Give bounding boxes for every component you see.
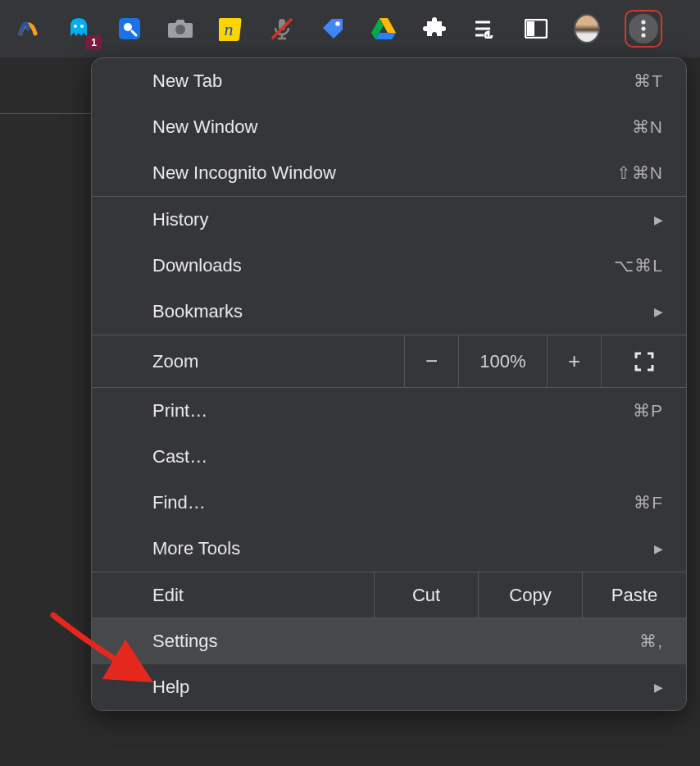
avatar[interactable] xyxy=(574,16,600,42)
chevron-right-icon: ▶ xyxy=(654,305,663,318)
menu-zoom-label: Zoom xyxy=(92,335,404,387)
menu-edit-label: Edit xyxy=(92,572,374,618)
menu-zoom-row: Zoom − 100% + xyxy=(92,335,686,388)
menu-label: Settings xyxy=(152,631,218,652)
menu-label: Help xyxy=(152,677,189,698)
extension-badge: 1 xyxy=(86,35,102,50)
svg-point-4 xyxy=(124,23,132,31)
menu-downloads[interactable]: Downloads ⌥⌘L xyxy=(92,243,686,289)
menu-label: New Tab xyxy=(152,71,222,92)
menu-label: New Incognito Window xyxy=(152,162,336,184)
menu-label: Cast… xyxy=(152,446,207,467)
menu-new-tab[interactable]: New Tab ⌘T xyxy=(92,58,686,104)
menu-history[interactable]: History ▶ xyxy=(92,197,686,243)
menu-new-window[interactable]: New Window ⌘N xyxy=(92,104,686,150)
menu-shortcut: ⇧⌘N xyxy=(616,163,663,183)
extensions-icon[interactable] xyxy=(421,16,448,42)
zoom-out-button[interactable]: − xyxy=(404,335,458,387)
svg-point-18 xyxy=(641,33,645,37)
menu-settings[interactable]: Settings ⌘, xyxy=(92,618,686,664)
menu-shortcut: ⌘, xyxy=(639,631,663,651)
chevron-right-icon: ▶ xyxy=(654,213,663,226)
menu-label: Print… xyxy=(152,400,207,422)
chevron-right-icon: ▶ xyxy=(654,681,663,694)
similarweb-icon[interactable] xyxy=(15,16,41,42)
toolbar-divider xyxy=(0,113,92,114)
menu-label: Downloads xyxy=(152,255,242,276)
menu-more-tools[interactable]: More Tools ▶ xyxy=(92,526,686,572)
chrome-main-menu: New Tab ⌘T New Window ⌘N New Incognito W… xyxy=(91,57,687,711)
browser-toolbar: 1 n xyxy=(0,0,700,57)
chevron-right-icon: ▶ xyxy=(654,542,663,555)
menu-shortcut: ⌘T xyxy=(634,71,663,91)
menu-section-tools: Print… ⌘P Cast… Find… ⌘F More Tools ▶ xyxy=(92,388,686,572)
ghostery-icon[interactable]: 1 xyxy=(66,16,92,42)
edit-cut-button[interactable]: Cut xyxy=(374,572,478,618)
menu-new-incognito[interactable]: New Incognito Window ⇧⌘N xyxy=(92,150,686,196)
svg-point-16 xyxy=(641,20,645,24)
svg-rect-15 xyxy=(527,21,534,36)
menu-shortcut: ⌘N xyxy=(632,117,663,137)
profile-avatar[interactable] xyxy=(574,14,600,43)
zoom-percentage: 100% xyxy=(458,335,547,387)
menu-label: History xyxy=(152,209,208,230)
svg-point-2 xyxy=(80,25,84,28)
svg-point-1 xyxy=(74,25,77,28)
more-menu-button[interactable] xyxy=(629,14,658,43)
screenshot-icon[interactable] xyxy=(167,16,193,42)
menu-shortcut: ⌥⌘L xyxy=(614,256,663,276)
edit-paste-button[interactable]: Paste xyxy=(582,572,686,618)
side-panel-icon[interactable] xyxy=(523,16,549,42)
menu-section-new: New Tab ⌘T New Window ⌘N New Incognito W… xyxy=(92,58,686,197)
menu-section-settings: Settings ⌘, Help ▶ xyxy=(92,618,686,710)
menu-label: More Tools xyxy=(152,538,240,559)
menu-label: Bookmarks xyxy=(152,301,243,322)
svg-point-17 xyxy=(641,26,645,30)
fullscreen-icon xyxy=(634,352,654,372)
price-tag-icon[interactable] xyxy=(320,16,346,42)
google-drive-icon[interactable] xyxy=(370,16,397,42)
menu-shortcut: ⌘F xyxy=(634,493,663,513)
menu-find[interactable]: Find… ⌘F xyxy=(92,480,686,526)
menu-bookmarks[interactable]: Bookmarks ▶ xyxy=(92,289,686,335)
svg-text:n: n xyxy=(225,19,234,39)
svg-point-10 xyxy=(335,21,340,26)
mute-mic-icon[interactable] xyxy=(269,16,295,42)
menu-cast[interactable]: Cast… xyxy=(92,434,686,480)
menu-section-history: History ▶ Downloads ⌥⌘L Bookmarks ▶ xyxy=(92,197,686,335)
menu-label: Find… xyxy=(152,492,206,513)
media-control-icon[interactable] xyxy=(472,16,498,42)
menu-help[interactable]: Help ▶ xyxy=(92,664,686,710)
picture-in-picture-icon[interactable] xyxy=(116,16,143,42)
svg-point-5 xyxy=(175,25,185,34)
notion-icon[interactable]: n xyxy=(218,16,244,42)
menu-edit-row: Edit Cut Copy Paste xyxy=(92,572,686,618)
menu-print[interactable]: Print… ⌘P xyxy=(92,388,686,434)
zoom-in-button[interactable]: + xyxy=(547,335,601,387)
highlight-annotation xyxy=(625,10,662,48)
menu-label: New Window xyxy=(152,116,257,138)
vertical-dots-icon xyxy=(641,20,646,38)
edit-copy-button[interactable]: Copy xyxy=(478,572,582,618)
fullscreen-button[interactable] xyxy=(601,335,686,387)
menu-shortcut: ⌘P xyxy=(633,401,663,421)
